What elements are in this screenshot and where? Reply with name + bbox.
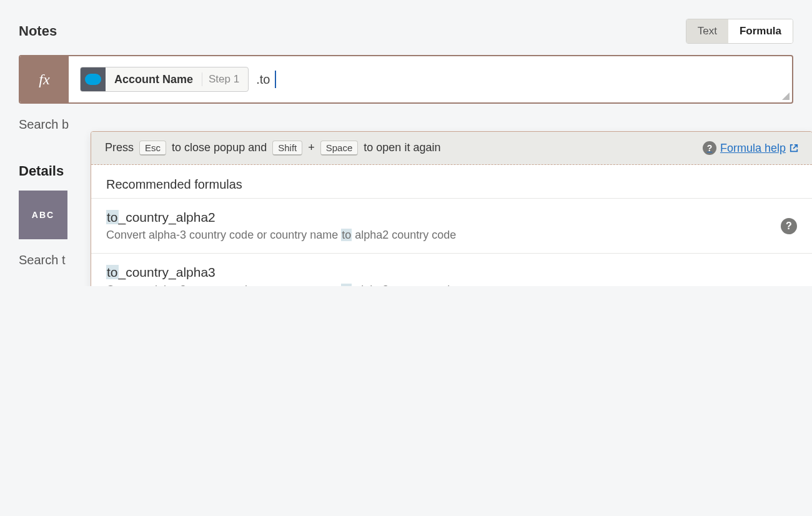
- formula-item-desc: Convert alpha-2 country code or country …: [106, 284, 797, 286]
- help-icon: ?: [703, 141, 716, 155]
- formula-input[interactable]: Account Name Step 1 .to: [69, 56, 792, 102]
- esc-key-icon: Esc: [139, 141, 166, 156]
- formula-autocomplete-popup: Press Esc to close popup and Shift + Spa…: [91, 131, 812, 286]
- text-cursor: [275, 71, 276, 88]
- pill-label: Account Name: [106, 73, 202, 86]
- formula-item-title: to_country_alpha3: [106, 265, 797, 280]
- data-pill-account-name[interactable]: Account Name Step 1: [80, 67, 249, 92]
- formula-typed-text: .to: [256, 72, 270, 87]
- recommended-formulas-title: Recommended formulas: [91, 165, 812, 198]
- mode-text-button[interactable]: Text: [686, 19, 728, 43]
- notes-title: Notes: [19, 23, 57, 39]
- fx-icon: fx: [20, 56, 69, 102]
- abc-icon: ABC: [19, 191, 67, 239]
- shift-key-icon: Shift: [272, 141, 302, 156]
- formula-list: to_country_alpha2Convert alpha-3 country…: [91, 198, 812, 286]
- external-link-icon: [790, 144, 798, 152]
- mode-formula-button[interactable]: Formula: [728, 19, 793, 43]
- popup-hint-bar: Press Esc to close popup and Shift + Spa…: [91, 132, 812, 165]
- formula-input-row: fx Account Name Step 1 .to: [19, 55, 793, 104]
- formula-item-title: to_country_alpha2: [106, 210, 797, 225]
- space-key-icon: Space: [320, 141, 359, 156]
- formula-item-desc: Convert alpha-3 country code or country …: [106, 229, 797, 242]
- page-container: Notes Text Formula fx Account Name Step …: [19, 19, 793, 267]
- salesforce-icon: [81, 67, 106, 91]
- mode-toggle: Text Formula: [686, 19, 793, 44]
- search-line-1: Search b: [19, 117, 793, 132]
- pill-step: Step 1: [202, 72, 248, 87]
- item-help-icon[interactable]: ?: [781, 218, 797, 234]
- formula-item[interactable]: to_country_alpha3Convert alpha-2 country…: [91, 254, 812, 286]
- formula-item[interactable]: to_country_alpha2Convert alpha-3 country…: [91, 199, 812, 254]
- notes-header: Notes Text Formula: [19, 19, 793, 44]
- resize-handle-icon[interactable]: [782, 92, 790, 100]
- formula-help-link[interactable]: ? Formula help: [703, 141, 798, 155]
- popup-hint-text: Press Esc to close popup and Shift + Spa…: [105, 141, 440, 156]
